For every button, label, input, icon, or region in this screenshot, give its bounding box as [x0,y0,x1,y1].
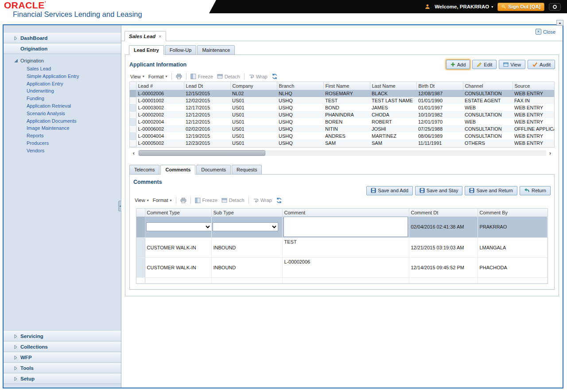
doc-tab-sales-lead[interactable]: Sales Lead × [124,31,166,41]
view-menu[interactable]: View▾ [130,74,144,79]
print-icon[interactable] [180,198,186,203]
sidebar-collapse-handle[interactable]: ◄ [118,201,121,211]
tab[interactable]: Follow-Up [165,45,197,55]
column-header[interactable]: Comment [282,209,409,217]
tree-item-link[interactable]: Image Maintenance [4,124,121,132]
sidebar-section[interactable]: Tools [4,363,121,373]
scrollbar-track[interactable] [138,150,546,156]
sub-type-select[interactable] [213,222,278,231]
row-selector[interactable] [136,238,145,258]
oracle-ring-icon[interactable] [549,3,561,11]
applicant-row[interactable]: L-00001002 12/02/2015 US01 USHQ TEST TES… [130,97,554,104]
edit-button[interactable]: Edit [472,60,497,69]
sidebar-section[interactable]: Servicing [4,331,121,342]
tab-close-icon[interactable]: × [159,34,161,39]
row-selector[interactable] [130,104,136,111]
row-selector[interactable] [136,258,145,278]
column-header[interactable]: Company [230,82,277,90]
column-header[interactable]: Birth Dt [416,82,463,90]
column-header[interactable]: Sub Type [211,209,282,217]
save-and-add-button[interactable]: Save and Add [366,186,413,195]
save-and-stay-button[interactable]: Save and Stay [415,186,463,195]
column-header[interactable]: Comment By [478,209,548,217]
tab[interactable]: Comments [160,165,195,175]
detach-button[interactable]: Detach [217,74,240,79]
applicant-row[interactable]: L-00003002 12/17/2015 US01 USHQ BOND JAM… [130,104,554,111]
refresh-icon[interactable] [272,74,278,79]
save-and-return-button[interactable]: Save and Return [465,186,517,195]
row-selector[interactable] [130,125,136,132]
view-button[interactable]: View [499,60,525,69]
column-header[interactable]: Comment Dt [409,209,478,217]
comment-input[interactable] [284,217,408,237]
tab[interactable]: Documents [196,165,231,175]
tree-item-link[interactable]: Underwriting [4,87,121,95]
applicant-row[interactable]: L-00004004 12/19/2015 US01 USHQ ANDRES M… [130,132,554,140]
sign-out-button[interactable]: Sign Out [QA] [497,3,544,11]
format-menu[interactable]: Format▾ [148,74,167,79]
sidebar-section-origination[interactable]: Origination [4,43,121,54]
wrap-button[interactable]: Wrap [249,74,268,79]
row-selector[interactable] [130,90,136,97]
applicant-row[interactable]: L-00005002 12/23/2015 US01 USHQ SAM SAM … [130,140,554,147]
tree-item-link[interactable]: Application Entry [4,80,121,88]
tree-item-link[interactable]: Funding [4,95,121,102]
view-menu[interactable]: View▾ [135,198,149,203]
scroll-right-icon[interactable]: › [547,150,553,156]
row-selector[interactable] [130,111,136,118]
tab[interactable]: Requests [232,165,262,175]
add-button[interactable]: Add [446,60,470,69]
tree-item-link[interactable]: Vendors [4,147,121,155]
format-menu[interactable]: Format▾ [153,198,172,203]
tab[interactable]: Maintenance [197,45,235,55]
freeze-button[interactable]: Freeze [190,74,213,79]
sidebar-section[interactable]: Setup [4,373,121,384]
return-button[interactable]: Return [520,186,551,195]
applicant-row[interactable]: L-00002002 12/12/2015 US01 USHQ PHANINDR… [130,111,554,118]
tree-item-link[interactable]: Application Retrieval [4,102,121,110]
column-header[interactable]: Branch [277,82,323,90]
scrollbar-thumb[interactable] [139,150,265,156]
column-header[interactable]: Comment Type [145,209,211,217]
column-header[interactable]: Lead Dt [184,82,230,90]
column-header[interactable]: First Name [323,82,370,90]
welcome-menu[interactable]: Welcome, PRAKRRAO ▾ [435,4,493,9]
tree-item-link[interactable]: Reports [4,132,121,140]
column-header[interactable]: Last Name [370,82,416,90]
refresh-icon[interactable] [276,198,282,203]
sidebar-section[interactable]: Collections [4,342,121,352]
horizontal-scrollbar[interactable]: ‹ › [131,150,553,156]
tree-item-link[interactable]: Scenario Analysis [4,110,121,117]
row-selector[interactable] [130,118,136,125]
column-header[interactable]: Channel [463,82,513,90]
comment-row[interactable]: CUSTOMER WALK-IN INBOUND TEST 12/21/2015… [136,238,548,258]
audit-button[interactable]: Audit [528,60,555,69]
applicant-row[interactable]: L-00002004 12/12/2015 US01 USHQ BOREN RO… [130,118,554,125]
wrap-button[interactable]: Wrap [253,198,272,203]
tree-item-link[interactable]: Sales Lead [4,65,121,73]
sidebar-section[interactable]: WFP [4,352,121,363]
print-icon[interactable] [176,74,182,79]
scroll-up-button[interactable]: ▲ [556,20,563,26]
row-selector[interactable] [130,97,136,104]
scroll-left-icon[interactable]: ‹ [131,150,137,156]
tab[interactable]: Telecoms [129,165,159,175]
tab[interactable]: Lead Entry [129,45,164,55]
row-selector[interactable] [130,140,136,147]
comment-row[interactable]: CUSTOMER WALK-IN INBOUND L-00002006 12/1… [136,258,548,278]
column-header[interactable]: Source [513,82,554,90]
row-selector[interactable] [136,217,145,238]
sidebar-section-dashboard[interactable]: DashBoard [4,33,121,43]
row-selector[interactable] [130,132,136,140]
applicant-row[interactable]: L-00006002 02/02/2016 US01 USHQ NITIN JO… [130,125,554,132]
tree-item-link[interactable]: Simple Application Entry [4,73,121,80]
tree-node-origination[interactable]: Origination [4,54,121,65]
detach-button[interactable]: Detach [221,198,245,203]
comment-type-select[interactable] [146,222,212,231]
freeze-button[interactable]: Freeze [195,198,217,203]
close-button[interactable]: ✕ Close [536,29,555,35]
tree-item-link[interactable]: Producers [4,140,121,147]
applicant-row[interactable]: L-00002006 12/15/2015 NL02 NLHQ ROSEMARY… [130,90,554,97]
column-header[interactable]: Lead # [136,82,184,90]
tree-item-link[interactable]: Application Documents [4,117,121,125]
